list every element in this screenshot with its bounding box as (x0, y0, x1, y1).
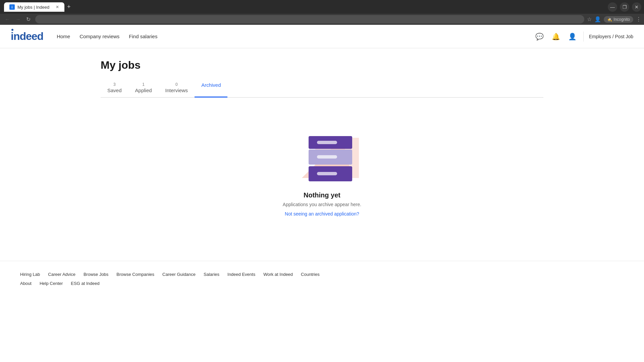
footer-indeed-events[interactable]: Indeed Events (227, 272, 255, 277)
incognito-label: Incognito (613, 17, 630, 22)
archived-help-link[interactable]: Not seeing an archived application? (285, 211, 359, 217)
incognito-icon: 🕵 (607, 17, 612, 22)
footer-countries[interactable]: Countries (301, 272, 320, 277)
active-tab[interactable]: i My jobs | Indeed ✕ (4, 2, 64, 12)
footer-salaries[interactable]: Salaries (204, 272, 219, 277)
messages-button[interactable]: 💬 (534, 31, 545, 42)
svg-rect-3 (317, 172, 337, 175)
tab-interviews[interactable]: 0 Interviews (159, 79, 195, 97)
tab-applied[interactable]: 1 Applied (128, 79, 159, 97)
browser-tab-bar: i My jobs | Indeed ✕ + — ❐ ✕ (0, 0, 644, 14)
account-button[interactable]: 👤 (567, 31, 578, 42)
interviews-count: 0 (175, 82, 178, 87)
new-tab-button[interactable]: + (64, 2, 73, 12)
footer-links-row2: About Help Center ESG at Indeed (20, 281, 624, 286)
interviews-label: Interviews (165, 87, 188, 93)
tab-favicon: i (9, 4, 15, 10)
tab-title: My jobs | Indeed (17, 5, 49, 10)
minimize-button[interactable]: — (608, 2, 617, 12)
back-button[interactable]: ← (3, 15, 12, 23)
reload-button[interactable]: ↻ (24, 15, 33, 23)
tab-archived[interactable]: Archived (195, 79, 227, 98)
main-nav: Home Company reviews Find salaries (57, 34, 521, 39)
indeed-logo[interactable]: i ndeed (11, 30, 43, 43)
bookmark-button[interactable]: ☆ (587, 16, 592, 22)
saved-label: Saved (107, 87, 122, 93)
svg-rect-7 (317, 141, 337, 144)
incognito-badge: 🕵 Incognito (604, 16, 633, 23)
header-right: 💬 🔔 👤 Employers / Post Job (534, 31, 633, 42)
site-footer: Hiring Lab Career Advice Browse Jobs Bro… (0, 261, 644, 297)
footer-career-advice[interactable]: Career Advice (48, 272, 75, 277)
saved-count: 3 (113, 82, 116, 87)
filing-cabinet-illustration (282, 118, 362, 185)
footer-about[interactable]: About (20, 281, 32, 286)
site-header: i ndeed Home Company reviews Find salari… (0, 25, 644, 48)
footer-browse-jobs[interactable]: Browse Jobs (84, 272, 108, 277)
tab-close-button[interactable]: ✕ (56, 5, 59, 9)
tabs-row: 3 Saved 1 Applied 0 Interviews Archived (101, 79, 543, 98)
applied-count: 1 (142, 82, 145, 87)
empty-subtitle: Applications you archive appear here. (283, 202, 361, 207)
forward-button[interactable]: → (13, 15, 23, 23)
footer-hiring-lab[interactable]: Hiring Lab (20, 272, 40, 277)
address-input[interactable]: myjobs.indeed.com/archived (35, 15, 584, 23)
empty-state: Nothing yet Applications you archive app… (101, 111, 543, 237)
nav-home[interactable]: Home (57, 34, 70, 39)
main-content: My jobs 3 Saved 1 Applied 0 Interviews A… (80, 48, 564, 247)
page-title: My jobs (101, 59, 543, 71)
footer-links-row1: Hiring Lab Career Advice Browse Jobs Bro… (20, 272, 624, 277)
nav-company-reviews[interactable]: Company reviews (79, 34, 119, 39)
footer-esg[interactable]: ESG at Indeed (71, 281, 99, 286)
footer-help-center[interactable]: Help Center (40, 281, 63, 286)
archived-label: Archived (201, 82, 221, 88)
close-button[interactable]: ✕ (632, 2, 641, 12)
post-job-link[interactable]: Employers / Post Job (589, 34, 633, 39)
profile-button[interactable]: 👤 (594, 16, 601, 22)
applied-label: Applied (135, 87, 152, 93)
bell-icon: 🔔 (552, 33, 560, 40)
message-icon: 💬 (535, 33, 544, 40)
svg-rect-5 (317, 155, 337, 159)
footer-work-at-indeed[interactable]: Work at Indeed (263, 272, 293, 277)
notifications-button[interactable]: 🔔 (550, 31, 561, 42)
footer-career-guidance[interactable]: Career Guidance (162, 272, 196, 277)
more-button[interactable]: ⋮ (636, 16, 641, 22)
maximize-button[interactable]: ❐ (620, 2, 629, 12)
tab-saved[interactable]: 3 Saved (101, 79, 128, 97)
address-bar-row: ← → ↻ myjobs.indeed.com/archived ☆ 👤 🕵 I… (0, 14, 644, 25)
empty-title: Nothing yet (304, 191, 340, 199)
footer-browse-companies[interactable]: Browse Companies (116, 272, 154, 277)
user-icon: 👤 (568, 33, 577, 40)
nav-find-salaries[interactable]: Find salaries (129, 34, 157, 39)
header-divider (583, 32, 584, 42)
